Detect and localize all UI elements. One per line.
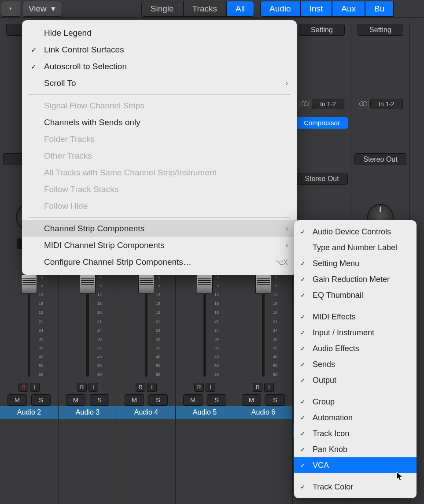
check-icon: ✓ <box>300 313 306 320</box>
record-button[interactable]: R <box>253 383 262 392</box>
record-button[interactable]: R <box>18 383 28 392</box>
mute-button[interactable]: M <box>242 394 261 406</box>
submenu-item[interactable]: ✓Sends <box>294 356 417 372</box>
record-button[interactable]: R <box>194 383 204 392</box>
input-monitor-button[interactable]: I <box>147 383 157 392</box>
submenu-item[interactable]: ✓Group <box>294 394 417 410</box>
record-button[interactable]: R <box>77 383 87 392</box>
output-button[interactable]: Stereo Out <box>296 173 348 185</box>
menu-item[interactable]: Hide Legend <box>22 25 297 41</box>
input-monitor-button[interactable]: I <box>264 383 274 392</box>
submenu-item[interactable]: ✓Audio Effects <box>294 341 417 356</box>
strip-label[interactable]: Audio 6 <box>234 406 292 419</box>
segment-single[interactable]: Single <box>141 1 183 17</box>
solo-button[interactable]: S <box>265 394 285 406</box>
check-icon: ✓ <box>300 398 306 405</box>
setting-button[interactable]: Setting <box>358 24 403 36</box>
submenu-item[interactable]: ✓VCA <box>294 457 417 473</box>
record-button[interactable]: R <box>136 383 145 392</box>
menu-item: Folder Tracks <box>22 131 297 148</box>
view-label: View <box>29 4 47 14</box>
submenu-item[interactable]: ✓Output <box>294 372 417 388</box>
check-icon: ✓ <box>300 361 306 368</box>
menu-item[interactable]: MIDI Channel Strip Components› <box>22 237 297 254</box>
solo-button[interactable]: S <box>148 394 168 406</box>
mute-button[interactable]: M <box>7 394 27 406</box>
submenu-item-label: Output <box>313 376 336 385</box>
submenu-item-label: Track Color <box>313 482 353 492</box>
fader-cap[interactable] <box>255 274 271 294</box>
input-button[interactable]: In 1-2 <box>370 99 403 109</box>
submenu-item[interactable]: ✓MIDI Effects <box>294 309 417 325</box>
submenu-item-label: VCA <box>313 461 329 470</box>
view-menu-button[interactable]: View ▾ <box>22 1 62 17</box>
dropdown-arrow-icon[interactable]: ▾ <box>1 1 20 17</box>
segment-bus[interactable]: Bu <box>365 1 394 17</box>
menu-item[interactable]: Channels with Sends only <box>22 114 297 131</box>
menu-item[interactable]: Scroll To› <box>22 75 297 92</box>
submenu-item-label: Automation <box>313 413 353 422</box>
fader[interactable]: 036912151821243035405060 <box>59 258 117 381</box>
input-monitor-button[interactable]: I <box>88 383 98 392</box>
strip-label[interactable]: Audio 4 <box>117 406 175 419</box>
mute-button[interactable]: M <box>183 394 203 406</box>
submenu-item[interactable]: ✓Track Color <box>294 479 417 495</box>
submenu-item[interactable]: Type and Number Label <box>294 240 417 256</box>
stereo-icon[interactable] <box>358 99 369 109</box>
strip-label[interactable]: Audio 3 <box>59 406 117 419</box>
display-mode-segment: Single Tracks All <box>141 1 254 17</box>
mute-button[interactable]: M <box>125 394 144 406</box>
segment-all[interactable]: All <box>226 1 254 17</box>
fader[interactable]: 036912151821243035405060 <box>117 258 175 381</box>
solo-button[interactable]: S <box>31 394 51 406</box>
input-monitor-button[interactable]: I <box>206 383 215 392</box>
submenu-item[interactable]: ✓Setting Menu <box>294 256 417 271</box>
submenu-item[interactable]: ✓Track Icon <box>294 426 417 441</box>
fader[interactable]: 036912151821243035405060 <box>234 258 292 381</box>
fader-cap[interactable] <box>21 274 37 294</box>
fader-cap[interactable] <box>138 274 154 294</box>
solo-button[interactable]: S <box>90 394 109 406</box>
menu-item-label: Link Control Surfaces <box>44 45 124 55</box>
segment-inst[interactable]: Inst <box>300 1 332 17</box>
chevron-right-icon: › <box>286 225 288 233</box>
segment-audio[interactable]: Audio <box>260 1 300 17</box>
segment-tracks[interactable]: Tracks <box>183 1 226 17</box>
menu-item[interactable]: ✓Autoscroll to Selection <box>22 58 297 75</box>
submenu-item-label: Type and Number Label <box>313 243 397 252</box>
strip-label[interactable]: Audio 2 <box>0 406 58 419</box>
stereo-icon[interactable] <box>299 99 310 109</box>
fader[interactable]: 036912151821243035405060 <box>176 258 234 381</box>
menu-item[interactable]: ✓Link Control Surfaces <box>22 41 297 58</box>
menu-item-label: MIDI Channel Strip Components <box>44 241 165 250</box>
submenu-item[interactable]: ✓Gain Reduction Meter <box>294 271 417 287</box>
submenu-item[interactable]: ✓Automation <box>294 410 417 426</box>
menu-item-label: Follow Hide <box>44 201 88 211</box>
segment-aux[interactable]: Aux <box>332 1 365 17</box>
submenu-item-label: Pan Knob <box>313 445 347 454</box>
submenu-item[interactable]: ✓Pan Knob <box>294 441 417 457</box>
solo-button[interactable]: S <box>207 394 226 406</box>
menu-item: Follow Track Stacks <box>22 181 297 198</box>
output-button[interactable]: Stereo Out <box>354 153 406 165</box>
submenu-item[interactable]: ✓Audio Device Controls <box>294 224 417 240</box>
fader-cap[interactable] <box>80 274 96 294</box>
menu-item: Signal Flow Channel Strips <box>22 97 297 114</box>
fader[interactable]: 036912151821243035405060 <box>0 258 58 381</box>
menu-item[interactable]: Configure Channel Strip Components…⌥X <box>22 254 297 271</box>
menu-item[interactable]: Channel Strip Components› <box>22 220 297 237</box>
mute-button[interactable]: M <box>66 394 85 406</box>
channel-strip-components-submenu: ✓Audio Device ControlsType and Number La… <box>294 220 417 498</box>
submenu-item-label: EQ Thumbnail <box>313 291 363 300</box>
chevron-right-icon: › <box>286 79 288 87</box>
input-button[interactable]: In 1-2 <box>312 99 344 109</box>
check-icon: ✓ <box>300 276 306 283</box>
check-icon: ✓ <box>300 345 306 352</box>
setting-button[interactable]: Setting <box>299 24 345 36</box>
strip-label[interactable]: Audio 5 <box>176 406 234 419</box>
submenu-item[interactable]: ✓Input / Instrument <box>294 325 417 341</box>
input-monitor-button[interactable]: I <box>30 383 40 392</box>
submenu-item[interactable]: ✓EQ Thumbnail <box>294 287 417 303</box>
fader-cap[interactable] <box>197 274 213 294</box>
plugin-slot[interactable]: Compressor <box>296 117 348 129</box>
